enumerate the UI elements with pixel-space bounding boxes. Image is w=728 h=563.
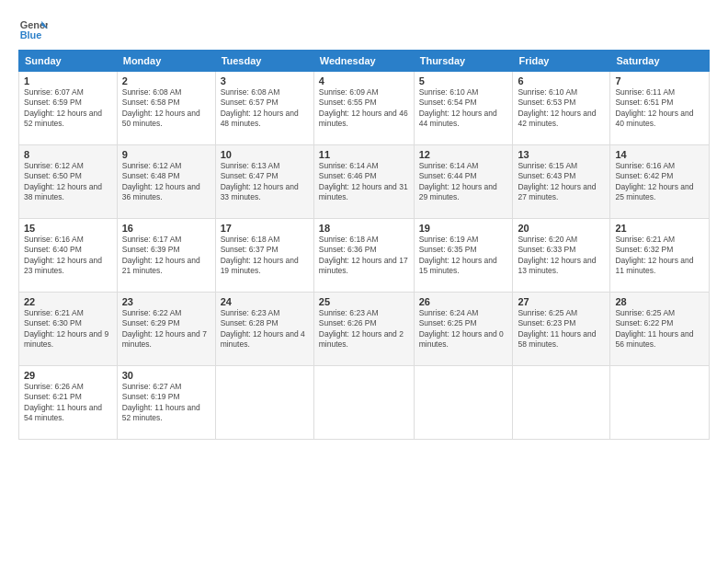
sunset-text: Sunset: 6:48 PM	[122, 171, 180, 180]
day-number: 28	[615, 296, 704, 307]
sunset-text: Sunset: 6:55 PM	[319, 98, 377, 107]
day-number: 25	[319, 296, 409, 307]
sunrise-text: Sunrise: 6:17 AM	[122, 235, 182, 244]
sunrise-text: Sunrise: 6:11 AM	[615, 87, 675, 97]
sunset-text: Sunset: 6:29 PM	[122, 318, 180, 327]
calendar-day-cell: 8 Sunrise: 6:12 AM Sunset: 6:50 PM Dayli…	[19, 145, 118, 219]
daylight-text: Daylight: 12 hours and 52 minutes.	[24, 109, 102, 128]
day-number: 2	[122, 75, 210, 86]
calendar-day-cell: 17 Sunrise: 6:18 AM Sunset: 6:37 PM Dayl…	[215, 219, 313, 293]
calendar-day-cell: 4 Sunrise: 6:09 AM Sunset: 6:55 PM Dayli…	[313, 72, 414, 145]
calendar-day-cell: 23 Sunrise: 6:22 AM Sunset: 6:29 PM Dayl…	[117, 293, 215, 366]
calendar-day-cell: 26 Sunrise: 6:24 AM Sunset: 6:25 PM Dayl…	[414, 293, 513, 366]
sunrise-text: Sunrise: 6:16 AM	[24, 235, 84, 244]
daylight-text: Daylight: 11 hours and 54 minutes.	[24, 403, 102, 422]
day-number: 1	[24, 75, 112, 86]
weekday-header-cell: Wednesday	[313, 51, 414, 72]
svg-text:Blue: Blue	[20, 29, 42, 40]
day-info: Sunrise: 6:26 AM Sunset: 6:21 PM Dayligh…	[24, 382, 112, 424]
sunset-text: Sunset: 6:21 PM	[24, 392, 82, 401]
day-info: Sunrise: 6:18 AM Sunset: 6:36 PM Dayligh…	[319, 235, 409, 277]
daylight-text: Daylight: 12 hours and 25 minutes.	[615, 182, 693, 201]
calendar-week-row: 29 Sunrise: 6:26 AM Sunset: 6:21 PM Dayl…	[19, 366, 710, 440]
day-number: 21	[615, 223, 704, 234]
logo-icon: General Blue	[18, 15, 48, 44]
day-info: Sunrise: 6:13 AM Sunset: 6:47 PM Dayligh…	[221, 161, 309, 203]
calendar-day-cell: 30 Sunrise: 6:27 AM Sunset: 6:19 PM Dayl…	[117, 366, 215, 440]
calendar-day-cell: 28 Sunrise: 6:25 AM Sunset: 6:22 PM Dayl…	[610, 293, 710, 366]
calendar-page: General Blue SundayMondayTuesdayWednesda…	[0, 0, 728, 563]
sunrise-text: Sunrise: 6:12 AM	[122, 161, 182, 170]
day-info: Sunrise: 6:19 AM Sunset: 6:35 PM Dayligh…	[419, 235, 508, 277]
sunset-text: Sunset: 6:51 PM	[615, 98, 673, 107]
day-number: 9	[122, 149, 210, 160]
day-info: Sunrise: 6:14 AM Sunset: 6:46 PM Dayligh…	[319, 161, 409, 203]
calendar-week-row: 8 Sunrise: 6:12 AM Sunset: 6:50 PM Dayli…	[19, 145, 710, 219]
day-info: Sunrise: 6:17 AM Sunset: 6:39 PM Dayligh…	[122, 235, 210, 277]
sunrise-text: Sunrise: 6:25 AM	[615, 308, 675, 317]
sunrise-text: Sunrise: 6:24 AM	[419, 308, 479, 317]
day-number: 24	[221, 296, 309, 307]
sunset-text: Sunset: 6:37 PM	[221, 245, 279, 254]
day-number: 12	[419, 149, 508, 160]
calendar-day-cell: 15 Sunrise: 6:16 AM Sunset: 6:40 PM Dayl…	[19, 219, 118, 293]
day-info: Sunrise: 6:10 AM Sunset: 6:53 PM Dayligh…	[518, 87, 605, 130]
sunset-text: Sunset: 6:44 PM	[419, 171, 477, 180]
sunset-text: Sunset: 6:57 PM	[221, 98, 279, 107]
calendar-day-cell: 27 Sunrise: 6:25 AM Sunset: 6:23 PM Dayl…	[513, 293, 610, 366]
sunset-text: Sunset: 6:32 PM	[615, 245, 673, 254]
daylight-text: Daylight: 12 hours and 23 minutes.	[24, 256, 102, 275]
calendar-day-cell: 9 Sunrise: 6:12 AM Sunset: 6:48 PM Dayli…	[117, 145, 215, 219]
sunrise-text: Sunrise: 6:18 AM	[221, 235, 280, 244]
sunrise-text: Sunrise: 6:26 AM	[24, 382, 84, 391]
sunrise-text: Sunrise: 6:10 AM	[518, 87, 577, 97]
sunrise-text: Sunrise: 6:07 AM	[24, 87, 84, 97]
calendar-day-cell: 29 Sunrise: 6:26 AM Sunset: 6:21 PM Dayl…	[19, 366, 118, 440]
calendar-day-cell: 22 Sunrise: 6:21 AM Sunset: 6:30 PM Dayl…	[19, 293, 118, 366]
sunrise-text: Sunrise: 6:21 AM	[615, 235, 675, 244]
calendar-day-cell: 7 Sunrise: 6:11 AM Sunset: 6:51 PM Dayli…	[610, 72, 710, 145]
day-number: 23	[122, 296, 210, 307]
sunset-text: Sunset: 6:35 PM	[419, 245, 477, 254]
sunrise-text: Sunrise: 6:09 AM	[319, 87, 379, 97]
day-info: Sunrise: 6:25 AM Sunset: 6:23 PM Dayligh…	[518, 308, 605, 350]
sunrise-text: Sunrise: 6:14 AM	[419, 161, 479, 170]
sunset-text: Sunset: 6:42 PM	[615, 171, 673, 180]
day-info: Sunrise: 6:23 AM Sunset: 6:28 PM Dayligh…	[221, 308, 309, 350]
daylight-text: Daylight: 11 hours and 52 minutes.	[122, 403, 200, 422]
daylight-text: Daylight: 12 hours and 33 minutes.	[221, 182, 299, 201]
day-number: 5	[419, 75, 508, 86]
sunrise-text: Sunrise: 6:18 AM	[319, 235, 379, 244]
sunset-text: Sunset: 6:50 PM	[24, 171, 82, 180]
day-info: Sunrise: 6:15 AM Sunset: 6:43 PM Dayligh…	[518, 161, 605, 203]
sunrise-text: Sunrise: 6:10 AM	[419, 87, 479, 97]
calendar-day-cell: 11 Sunrise: 6:14 AM Sunset: 6:46 PM Dayl…	[313, 145, 414, 219]
day-info: Sunrise: 6:10 AM Sunset: 6:54 PM Dayligh…	[419, 87, 508, 130]
day-number: 14	[615, 149, 704, 160]
daylight-text: Daylight: 12 hours and 42 minutes.	[518, 109, 596, 128]
daylight-text: Daylight: 11 hours and 58 minutes.	[518, 329, 596, 349]
daylight-text: Daylight: 12 hours and 44 minutes.	[419, 109, 497, 128]
calendar-day-cell: 20 Sunrise: 6:20 AM Sunset: 6:33 PM Dayl…	[513, 219, 610, 293]
calendar-day-cell: 24 Sunrise: 6:23 AM Sunset: 6:28 PM Dayl…	[215, 293, 313, 366]
sunrise-text: Sunrise: 6:14 AM	[319, 161, 379, 170]
sunset-text: Sunset: 6:33 PM	[518, 245, 575, 254]
sunset-text: Sunset: 6:53 PM	[518, 98, 575, 107]
daylight-text: Daylight: 12 hours and 27 minutes.	[518, 182, 596, 201]
calendar-day-cell	[215, 366, 313, 440]
daylight-text: Daylight: 12 hours and 50 minutes.	[122, 109, 200, 128]
calendar-day-cell: 21 Sunrise: 6:21 AM Sunset: 6:32 PM Dayl…	[610, 219, 710, 293]
sunset-text: Sunset: 6:59 PM	[24, 98, 82, 107]
day-info: Sunrise: 6:23 AM Sunset: 6:26 PM Dayligh…	[319, 308, 409, 350]
day-info: Sunrise: 6:12 AM Sunset: 6:50 PM Dayligh…	[24, 161, 112, 203]
day-number: 4	[319, 75, 409, 86]
calendar-day-cell: 6 Sunrise: 6:10 AM Sunset: 6:53 PM Dayli…	[513, 72, 610, 145]
day-number: 15	[24, 223, 112, 234]
logo: General Blue	[18, 15, 48, 44]
day-info: Sunrise: 6:16 AM Sunset: 6:40 PM Dayligh…	[24, 235, 112, 277]
sunset-text: Sunset: 6:25 PM	[419, 318, 477, 327]
daylight-text: Daylight: 12 hours and 15 minutes.	[419, 256, 497, 275]
calendar-day-cell: 25 Sunrise: 6:23 AM Sunset: 6:26 PM Dayl…	[313, 293, 414, 366]
calendar-body: 1 Sunrise: 6:07 AM Sunset: 6:59 PM Dayli…	[19, 72, 710, 440]
day-number: 29	[24, 370, 112, 381]
